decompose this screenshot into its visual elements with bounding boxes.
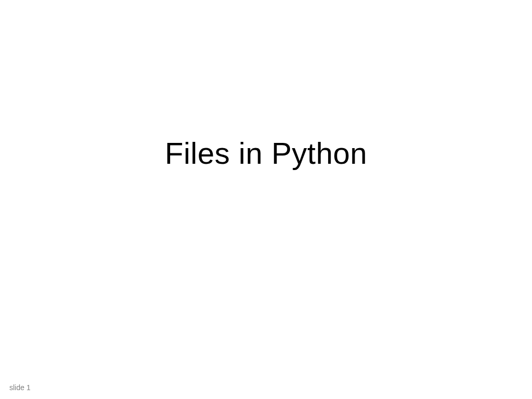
slide-number-label: slide 1 <box>9 383 30 392</box>
slide-title: Files in Python <box>0 136 532 171</box>
slide-container: Files in Python slide 1 <box>0 0 532 399</box>
